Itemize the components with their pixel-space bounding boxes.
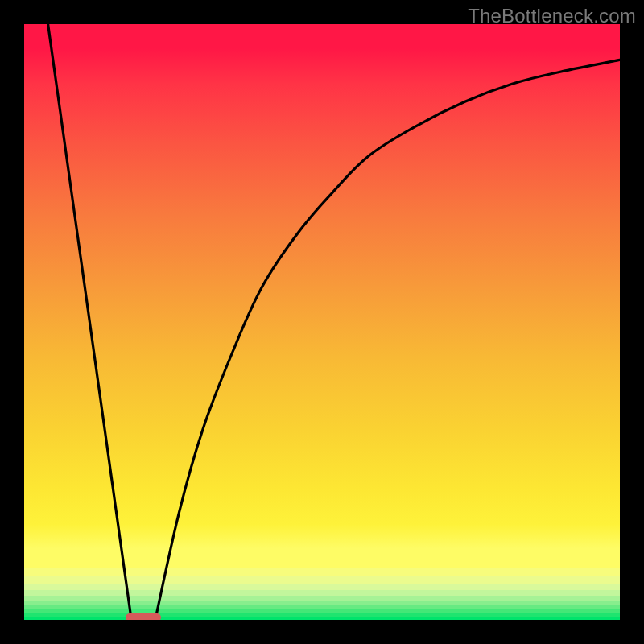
optimal-marker bbox=[126, 613, 161, 620]
chart-frame: TheBottleneck.com bbox=[0, 0, 644, 644]
bottleneck-curve bbox=[24, 24, 620, 620]
watermark-text: TheBottleneck.com bbox=[468, 5, 636, 27]
plot-area bbox=[24, 24, 620, 620]
